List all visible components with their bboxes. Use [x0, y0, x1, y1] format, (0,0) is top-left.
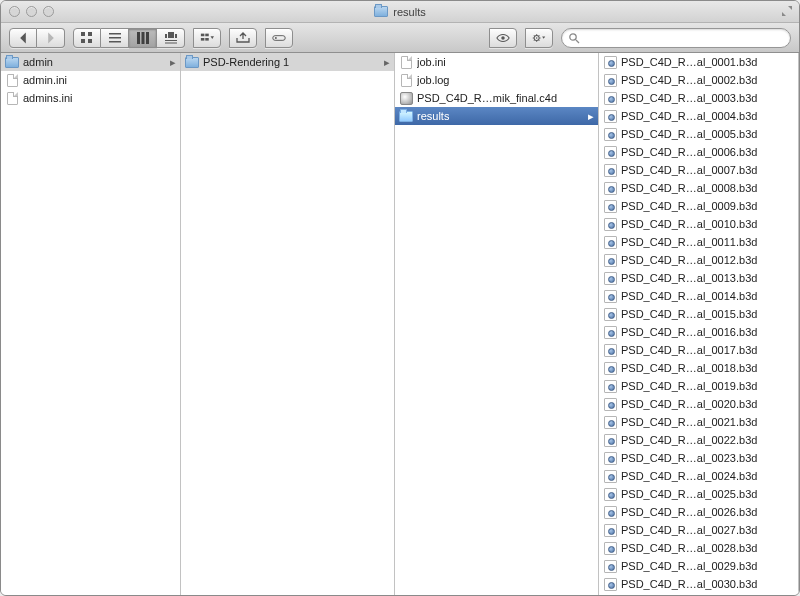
file-row[interactable]: PSD_C4D_R…al_0026.b3d [599, 503, 798, 521]
file-name: PSD_C4D_R…al_0001.b3d [621, 56, 757, 68]
file-row[interactable]: job.log [395, 71, 598, 89]
doc-icon [5, 73, 19, 87]
file-row[interactable]: admin▸ [1, 53, 180, 71]
file-row[interactable]: PSD_C4D_R…al_0023.b3d [599, 449, 798, 467]
file-row[interactable]: PSD_C4D_R…al_0013.b3d [599, 269, 798, 287]
toolbar [1, 23, 799, 53]
file-row[interactable]: PSD_C4D_R…al_0019.b3d [599, 377, 798, 395]
file-row[interactable]: PSD_C4D_R…al_0002.b3d [599, 71, 798, 89]
folder-icon [399, 109, 413, 123]
list-view-button[interactable] [101, 28, 129, 48]
file-row[interactable]: PSD_C4D_R…al_0021.b3d [599, 413, 798, 431]
file-row[interactable]: PSD_C4D_R…al_0008.b3d [599, 179, 798, 197]
file-row[interactable]: PSD_C4D_R…al_0001.b3d [599, 53, 798, 71]
b3d-icon [603, 415, 617, 429]
file-row[interactable]: admins.ini [1, 89, 180, 107]
titlebar: results [1, 1, 799, 23]
quicklook-group [489, 28, 517, 48]
file-row[interactable]: PSD_C4D_R…al_0017.b3d [599, 341, 798, 359]
file-row[interactable]: PSD_C4D_R…al_0016.b3d [599, 323, 798, 341]
b3d-icon [603, 163, 617, 177]
b3d-icon [603, 127, 617, 141]
file-row[interactable]: PSD_C4D_R…al_0029.b3d [599, 557, 798, 575]
search-field[interactable] [561, 28, 791, 48]
file-name: PSD_C4D_R…al_0030.b3d [621, 578, 757, 590]
column-4[interactable]: PSD_C4D_R…al_0001.b3dPSD_C4D_R…al_0002.b… [599, 53, 799, 595]
column-view-button[interactable] [129, 28, 157, 48]
file-name: PSD_C4D_R…al_0022.b3d [621, 434, 757, 446]
back-button[interactable] [9, 28, 37, 48]
file-row[interactable]: PSD_C4D_R…al_0012.b3d [599, 251, 798, 269]
search-input[interactable] [584, 32, 784, 44]
svg-rect-19 [273, 35, 285, 40]
file-name: PSD_C4D_R…al_0011.b3d [621, 236, 757, 248]
zoom-window-button[interactable] [43, 6, 54, 17]
file-row[interactable]: admin.ini [1, 71, 180, 89]
b3d-icon [603, 541, 617, 555]
file-name: PSD_C4D_R…mik_final.c4d [417, 92, 557, 104]
edit-tags-button[interactable] [265, 28, 293, 48]
b3d-icon [603, 487, 617, 501]
share-button[interactable] [229, 28, 257, 48]
file-row[interactable]: PSD_C4D_R…al_0028.b3d [599, 539, 798, 557]
b3d-icon [603, 271, 617, 285]
file-row[interactable]: PSD-Rendering 1▸ [181, 53, 394, 71]
file-name: PSD_C4D_R…al_0027.b3d [621, 524, 757, 536]
file-name: PSD_C4D_R…al_0008.b3d [621, 182, 757, 194]
action-button[interactable] [525, 28, 553, 48]
fullscreen-icon[interactable] [781, 5, 793, 17]
window-title: results [1, 6, 799, 18]
file-row[interactable]: PSD_C4D_R…al_0024.b3d [599, 467, 798, 485]
file-row[interactable]: PSD_C4D_R…al_0011.b3d [599, 233, 798, 251]
file-row[interactable]: PSD_C4D_R…al_0006.b3d [599, 143, 798, 161]
svg-point-24 [570, 33, 576, 39]
file-row[interactable]: PSD_C4D_R…mik_final.c4d [395, 89, 598, 107]
icon-view-button[interactable] [73, 28, 101, 48]
b3d-icon [603, 343, 617, 357]
file-row[interactable]: PSD_C4D_R…al_0018.b3d [599, 359, 798, 377]
file-row[interactable]: PSD_C4D_R…al_0030.b3d [599, 575, 798, 593]
b3d-icon [603, 253, 617, 267]
file-row[interactable]: PSD_C4D_R…al_0020.b3d [599, 395, 798, 413]
b3d-icon [603, 55, 617, 69]
minimize-window-button[interactable] [26, 6, 37, 17]
file-row[interactable]: PSD_C4D_R…al_0010.b3d [599, 215, 798, 233]
b3d-icon [603, 379, 617, 393]
doc-icon [399, 73, 413, 87]
column-1[interactable]: admin▸admin.iniadmins.ini [1, 53, 181, 595]
file-row[interactable]: PSD_C4D_R…al_0005.b3d [599, 125, 798, 143]
b3d-icon [603, 235, 617, 249]
file-row[interactable]: PSD_C4D_R…al_0027.b3d [599, 521, 798, 539]
file-row[interactable]: PSD_C4D_R…al_0025.b3d [599, 485, 798, 503]
file-row[interactable]: PSD_C4D_R…al_0003.b3d [599, 89, 798, 107]
file-name: PSD_C4D_R…al_0028.b3d [621, 542, 757, 554]
file-row[interactable]: PSD_C4D_R…al_0014.b3d [599, 287, 798, 305]
coverflow-view-button[interactable] [157, 28, 185, 48]
forward-button[interactable] [37, 28, 65, 48]
svg-rect-18 [205, 38, 209, 41]
b3d-icon [603, 505, 617, 519]
b3d-icon [603, 577, 617, 591]
arrange-button[interactable] [193, 28, 221, 48]
file-row[interactable]: PSD_C4D_R…al_0015.b3d [599, 305, 798, 323]
svg-rect-14 [165, 42, 177, 43]
file-row[interactable]: job.ini [395, 53, 598, 71]
file-name: job.ini [417, 56, 446, 68]
quicklook-button[interactable] [489, 28, 517, 48]
file-name: PSD_C4D_R…al_0012.b3d [621, 254, 757, 266]
column-2[interactable]: PSD-Rendering 1▸ [181, 53, 395, 595]
svg-rect-9 [146, 32, 149, 44]
file-row[interactable]: PSD_C4D_R…al_0004.b3d [599, 107, 798, 125]
file-name: PSD_C4D_R…al_0024.b3d [621, 470, 757, 482]
file-row[interactable]: results▸ [395, 107, 598, 125]
close-window-button[interactable] [9, 6, 20, 17]
file-name: PSD-Rendering 1 [203, 56, 289, 68]
column-3[interactable]: job.inijob.logPSD_C4D_R…mik_final.c4dres… [395, 53, 599, 595]
b3d-icon [603, 325, 617, 339]
file-row[interactable]: PSD_C4D_R…al_0007.b3d [599, 161, 798, 179]
file-name: PSD_C4D_R…al_0005.b3d [621, 128, 757, 140]
file-row[interactable]: PSD_C4D_R…al_0022.b3d [599, 431, 798, 449]
svg-rect-6 [109, 41, 121, 43]
file-row[interactable]: PSD_C4D_R…al_0009.b3d [599, 197, 798, 215]
file-name: PSD_C4D_R…al_0007.b3d [621, 164, 757, 176]
